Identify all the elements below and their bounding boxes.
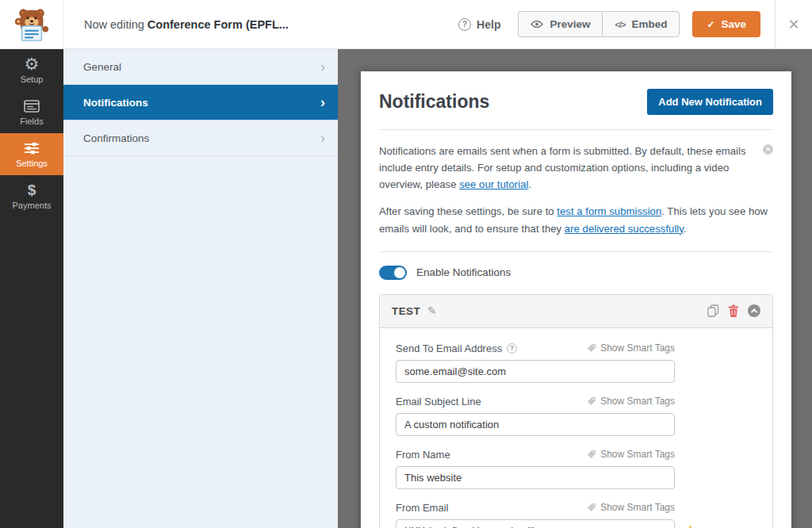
email-subject-input[interactable] [396, 413, 675, 436]
preview-label: Preview [550, 18, 590, 30]
sidebar-item-label: Payments [13, 201, 52, 210]
save-label: Save [721, 18, 746, 30]
sidebar-item-payments[interactable]: $ Payments [0, 175, 63, 217]
nav-item-label: Confirmations [83, 132, 149, 144]
sidebar-item-fields[interactable]: Fields [0, 91, 63, 133]
eye-icon [530, 20, 543, 29]
field-label: Send To Email Address ? [396, 342, 517, 354]
intro-text-block: Notifications are emails sent when a for… [379, 143, 773, 193]
dismiss-notice-icon[interactable]: ✕ [763, 144, 773, 155]
notification-card: TEST ✎ [379, 294, 773, 528]
settings-nav-confirmations[interactable]: Confirmations › [63, 121, 338, 156]
divider [379, 251, 773, 252]
edit-name-icon[interactable]: ✎ [427, 304, 437, 317]
settings-nav-general[interactable]: General › [63, 49, 338, 85]
sidebar-item-label: Setup [21, 75, 44, 84]
embed-label: Embed [631, 18, 667, 30]
chevron-right-icon: › [320, 95, 325, 109]
wpforms-logo [0, 0, 63, 48]
delivered-successfully-link[interactable]: are delivered successfully [565, 223, 684, 235]
show-smart-tags-button[interactable]: Show Smart Tags [587, 502, 675, 513]
notification-card-body: Send To Email Address ? Show Smart Tags [380, 328, 772, 528]
save-button[interactable]: ✓ Save [692, 11, 760, 37]
test-form-submission-link[interactable]: test a form submission [557, 205, 661, 217]
show-smart-tags-button[interactable]: Show Smart Tags [587, 396, 675, 407]
wpforms-bear-icon [13, 6, 50, 43]
now-editing-title: Now editing Conference Form (EPFL... [84, 18, 289, 31]
fields-icon [24, 98, 40, 114]
close-builder-button[interactable]: ✕ [776, 0, 812, 49]
tag-icon [587, 343, 596, 353]
preview-button[interactable]: Preview [518, 11, 602, 37]
chevron-right-icon: › [320, 131, 325, 145]
sidebar-item-settings[interactable]: Settings [0, 133, 63, 175]
field-label: Email Subject Line [396, 396, 481, 407]
dollar-icon: $ [28, 182, 36, 198]
chevron-right-icon: › [320, 59, 325, 74]
embed-button[interactable]: </> Embed [602, 11, 680, 37]
field-label: From Name [396, 449, 450, 461]
settings-nav-notifications[interactable]: Notifications › [63, 85, 338, 121]
page-title: Notifications [379, 91, 489, 113]
from-name-field-group: From Name Show Smart Tags [396, 449, 756, 489]
collapse-notification-icon[interactable] [748, 304, 760, 317]
help-button[interactable]: ? Help [458, 18, 500, 31]
see-our-tutorial-link[interactable]: see our tutorial [459, 178, 528, 190]
duplicate-notification-icon[interactable] [707, 304, 719, 317]
enable-notifications-label: Enable Notifications [416, 266, 511, 278]
send-to-email-input[interactable] [396, 360, 675, 383]
close-icon: ✕ [787, 16, 799, 33]
gear-icon: ⚙ [25, 56, 40, 72]
from-name-input[interactable] [396, 466, 675, 489]
sidebar-item-setup[interactable]: ⚙ Setup [0, 49, 63, 91]
notification-card-header: TEST ✎ [380, 295, 772, 328]
field-label: From Email [396, 502, 448, 514]
builder-sidebar: ⚙ Setup Fields Settings $ [0, 49, 63, 528]
tag-icon [587, 396, 596, 406]
help-label: Help [477, 18, 500, 31]
enable-notifications-toggle[interactable] [379, 266, 407, 280]
form-name: Conference Form (EPFL... [147, 18, 289, 31]
sidebar-item-label: Settings [16, 159, 48, 168]
sliders-icon [24, 140, 40, 156]
tag-icon [587, 503, 596, 512]
check-icon: ✓ [707, 19, 714, 30]
add-new-notification-button[interactable]: Add New Notification [647, 89, 773, 115]
notification-name: TEST [392, 305, 420, 317]
show-smart-tags-button[interactable]: Show Smart Tags [587, 449, 675, 460]
subject-field-group: Email Subject Line Show Smart Tags [396, 396, 756, 436]
after-save-paragraph: After saving these settings, be sure to … [379, 203, 773, 236]
warning-icon[interactable]: ⚠ [684, 524, 696, 528]
send-to-field-group: Send To Email Address ? Show Smart Tags [396, 342, 756, 383]
intro-paragraph: Notifications are emails sent when a for… [379, 143, 746, 193]
divider [379, 129, 773, 130]
top-bar: Now editing Conference Form (EPFL... ? H… [0, 0, 812, 49]
help-icon: ? [458, 18, 471, 31]
builder-canvas: Notifications Add New Notification Notif… [338, 49, 812, 528]
embed-icon: </> [615, 20, 625, 29]
notifications-panel: Notifications Add New Notification Notif… [361, 71, 791, 528]
show-smart-tags-button[interactable]: Show Smart Tags [587, 342, 675, 354]
from-email-input[interactable] [396, 519, 675, 528]
sidebar-item-label: Fields [20, 117, 43, 126]
nav-item-label: General [83, 61, 121, 73]
from-email-field-group: From Email Show Smart Tags ⚠ [396, 502, 756, 528]
settings-nav: General › Notifications › Confirmations … [63, 49, 338, 528]
delete-notification-icon[interactable] [728, 304, 739, 317]
nav-item-label: Notifications [83, 97, 148, 109]
field-help-icon[interactable]: ? [507, 343, 517, 354]
tag-icon [587, 450, 596, 459]
